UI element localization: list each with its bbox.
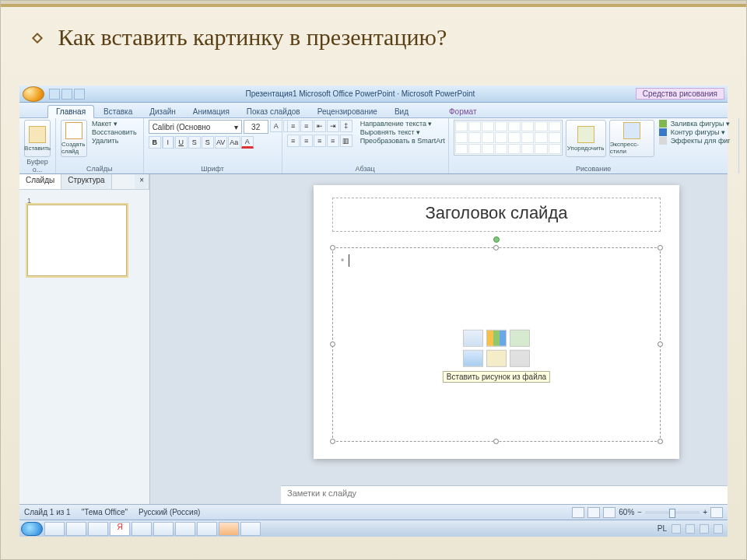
tab-slideshow[interactable]: Показ слайдов xyxy=(239,106,308,117)
quick-styles-button[interactable]: Экспресс-стили xyxy=(609,120,654,157)
taskbar-app-sound[interactable] xyxy=(88,522,108,536)
window-titlebar[interactable]: Презентация1 Microsoft Office PowerPoint… xyxy=(19,86,728,103)
fit-window-button[interactable] xyxy=(710,507,723,518)
notes-pane[interactable]: Заметки к слайду xyxy=(281,485,728,504)
align-left-button[interactable]: ≡ xyxy=(287,135,300,147)
office-button[interactable] xyxy=(23,86,44,102)
insert-chart-icon[interactable] xyxy=(486,330,507,347)
panel-tab-slides[interactable]: Слайды xyxy=(19,174,61,189)
zoom-in-button[interactable]: + xyxy=(703,508,707,516)
taskbar-app-globe[interactable] xyxy=(153,522,174,536)
text-direction-button[interactable]: Направление текста ▾ xyxy=(359,120,447,128)
strike-button[interactable]: S xyxy=(188,136,201,149)
tab-format[interactable]: Формат xyxy=(441,106,485,117)
bullets-button[interactable]: ≡ xyxy=(287,120,300,132)
slide-canvas[interactable]: Заголовок слайда xyxy=(150,174,728,504)
tooltip: Вставить рисунок из файла xyxy=(443,371,550,383)
grow-font-icon[interactable]: A xyxy=(270,120,282,132)
rotation-handle[interactable] xyxy=(493,236,500,243)
insert-picture-icon[interactable] xyxy=(463,350,483,367)
dec-indent-button[interactable]: ⇤ xyxy=(314,120,326,132)
font-name-combo[interactable]: Calibri (Основно▾ xyxy=(149,120,242,134)
selection-handle[interactable] xyxy=(330,245,335,250)
bold-button[interactable]: B xyxy=(149,136,161,149)
tab-animation[interactable]: Анимация xyxy=(185,106,237,117)
shape-fill-button[interactable]: Заливка фигуры ▾ xyxy=(658,120,734,128)
selection-handle[interactable] xyxy=(493,439,499,444)
insert-media-icon[interactable] xyxy=(510,350,530,367)
slide[interactable]: Заголовок слайда xyxy=(314,185,679,459)
selection-handle[interactable] xyxy=(330,439,335,444)
insert-clipart-icon[interactable] xyxy=(486,350,507,367)
shape-effects-button[interactable]: Эффекты для фиг xyxy=(658,137,734,145)
selection-handle[interactable] xyxy=(658,245,663,250)
taskbar-app-explorer[interactable] xyxy=(44,522,65,536)
taskbar-app-word[interactable] xyxy=(197,522,217,536)
view-sorter-button[interactable] xyxy=(587,507,600,518)
arrange-button[interactable]: Упорядочить xyxy=(566,120,606,157)
tab-design[interactable]: Дизайн xyxy=(142,106,184,117)
qat-save-icon[interactable] xyxy=(49,89,60,100)
status-language[interactable]: Русский (Россия) xyxy=(139,508,200,516)
tab-review[interactable]: Рецензирование xyxy=(310,106,385,117)
panel-close-button[interactable]: × xyxy=(135,174,149,189)
selection-handle[interactable] xyxy=(658,439,663,444)
reset-button[interactable]: Восстановить xyxy=(90,128,139,136)
view-normal-button[interactable] xyxy=(572,507,584,518)
underline-button[interactable]: U xyxy=(175,136,188,149)
quick-access-toolbar[interactable] xyxy=(49,89,85,100)
selection-handle[interactable] xyxy=(330,341,335,347)
tab-insert[interactable]: Вставка xyxy=(96,106,140,117)
tab-view[interactable]: Вид xyxy=(387,106,416,117)
tray-volume-icon[interactable] xyxy=(714,524,723,534)
line-spacing-button[interactable]: ‡ xyxy=(340,120,352,132)
title-placeholder[interactable]: Заголовок слайда xyxy=(332,198,661,232)
tray-chevron-icon[interactable] xyxy=(672,524,681,534)
selection-handle[interactable] xyxy=(658,341,663,347)
new-slide-button[interactable]: Создать слайд xyxy=(61,120,87,157)
selection-handle[interactable] xyxy=(493,245,499,250)
font-color-button[interactable]: A xyxy=(241,136,254,149)
shape-outline-button[interactable]: Контур фигуры ▾ xyxy=(658,128,734,136)
content-placeholder[interactable]: Вставить рисунок из файла xyxy=(332,247,661,442)
taskbar-app-browser[interactable] xyxy=(66,522,86,536)
italic-button[interactable]: I xyxy=(162,136,174,149)
zoom-out-button[interactable]: − xyxy=(637,508,642,516)
insert-smartart-icon[interactable] xyxy=(510,330,530,347)
numbering-button[interactable]: ≡ xyxy=(300,120,313,132)
tray-flag-icon[interactable] xyxy=(686,524,695,534)
align-right-button[interactable]: ≡ xyxy=(314,135,326,147)
align-center-button[interactable]: ≡ xyxy=(300,135,313,147)
layout-button[interactable]: Макет ▾ xyxy=(90,120,139,128)
tray-language[interactable]: PL xyxy=(658,524,667,533)
paste-button[interactable]: Вставить xyxy=(24,120,51,157)
justify-button[interactable]: ≡ xyxy=(327,135,339,147)
columns-button[interactable]: ▥ xyxy=(340,135,352,147)
qat-undo-icon[interactable] xyxy=(61,89,72,100)
inc-indent-button[interactable]: ⇥ xyxy=(327,120,339,132)
slide-thumbnail[interactable]: 1 xyxy=(27,196,142,276)
text-cursor[interactable] xyxy=(341,254,349,267)
insert-table-icon[interactable] xyxy=(463,330,483,347)
taskbar-app-paint[interactable] xyxy=(240,522,261,536)
convert-smartart-button[interactable]: Преобразовать в SmartArt xyxy=(359,137,447,145)
zoom-slider[interactable] xyxy=(645,511,700,514)
panel-tab-outline[interactable]: Структура xyxy=(61,174,111,189)
system-tray[interactable]: PL xyxy=(658,524,726,534)
start-button[interactable] xyxy=(21,522,43,536)
view-slideshow-button[interactable] xyxy=(603,507,615,518)
delete-button[interactable]: Удалить xyxy=(90,137,139,145)
tray-network-icon[interactable] xyxy=(700,524,709,534)
qat-redo-icon[interactable] xyxy=(74,89,85,100)
font-size-combo[interactable]: 32 xyxy=(244,120,268,134)
char-spacing-button[interactable]: AV xyxy=(215,136,227,149)
taskbar-app-mediaplayer[interactable] xyxy=(132,522,152,536)
shadow-button[interactable]: S xyxy=(202,136,214,149)
shapes-gallery[interactable] xyxy=(454,120,563,156)
taskbar-app-powerpoint[interactable] xyxy=(219,522,239,536)
taskbar-app-yandex[interactable]: Я xyxy=(110,522,130,536)
align-text-button[interactable]: Выровнять текст ▾ xyxy=(359,128,447,136)
tab-home[interactable]: Главная xyxy=(47,105,94,118)
change-case-button[interactable]: Aa xyxy=(228,136,240,149)
taskbar-app-misc1[interactable] xyxy=(175,522,195,536)
